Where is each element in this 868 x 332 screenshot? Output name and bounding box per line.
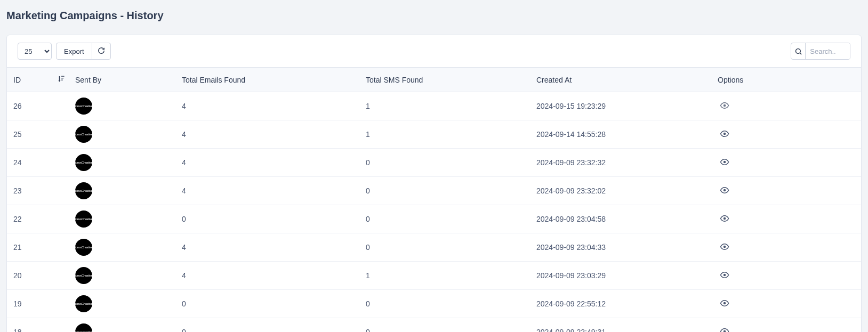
cell-sms: 1 (360, 120, 531, 149)
svg-point-8 (724, 160, 726, 163)
col-header-id[interactable]: ID (7, 68, 70, 92)
col-header-options: Options (712, 68, 861, 92)
avatar: torusCreative (75, 267, 92, 284)
table-row: 21torusCreative402024-09-09 23:04:33 (7, 233, 861, 262)
cell-emails: 0 (176, 205, 360, 233)
view-button[interactable] (718, 183, 732, 199)
table-row: 23torusCreative402024-09-09 23:32:02 (7, 177, 861, 205)
eye-icon (720, 157, 729, 168)
search-box (791, 43, 850, 60)
svg-point-10 (724, 217, 726, 220)
avatar: torusCreative (75, 126, 92, 143)
eye-icon (720, 298, 729, 310)
view-button[interactable] (718, 296, 732, 312)
cell-options (712, 318, 861, 333)
eye-icon (720, 327, 729, 333)
table-row: 19torusCreative002024-09-09 22:55:12 (7, 290, 861, 318)
cell-sms: 0 (360, 177, 531, 205)
cell-sentby: torusCreative (70, 177, 176, 205)
cell-sentby: torusCreative (70, 120, 176, 149)
view-button[interactable] (718, 325, 732, 333)
col-header-sms: Total SMS Found (360, 68, 531, 92)
eye-icon (720, 185, 729, 197)
cell-emails: 4 (176, 233, 360, 262)
cell-id: 20 (7, 262, 70, 290)
avatar: torusCreative (75, 182, 92, 199)
cell-id: 26 (7, 92, 70, 120)
avatar: torusCreative (75, 98, 92, 115)
col-header-emails: Total Emails Found (176, 68, 360, 92)
cell-id: 18 (7, 318, 70, 333)
cell-sentby: torusCreative (70, 92, 176, 120)
svg-point-0 (795, 48, 800, 53)
col-header-created: Created At (531, 68, 712, 92)
cell-emails: 4 (176, 120, 360, 149)
col-header-id-label: ID (13, 76, 21, 84)
svg-point-7 (724, 132, 726, 135)
cell-created: 2024-09-09 23:04:58 (531, 205, 712, 233)
search-icon (791, 43, 806, 59)
cell-id: 21 (7, 233, 70, 262)
cell-sentby: torusCreative (70, 262, 176, 290)
export-button[interactable]: Export (56, 43, 92, 60)
eye-icon (720, 101, 729, 112)
sort-desc-icon (58, 75, 65, 84)
eye-icon (720, 129, 729, 140)
svg-point-12 (724, 273, 726, 276)
table-row: 20torusCreative412024-09-09 23:03:29 (7, 262, 861, 290)
svg-point-11 (724, 245, 726, 248)
svg-point-14 (724, 330, 726, 332)
refresh-button[interactable] (92, 43, 111, 60)
refresh-icon (98, 47, 105, 56)
cell-sms: 0 (360, 318, 531, 333)
cell-emails: 0 (176, 290, 360, 318)
cell-created: 2024-09-09 22:49:31 (531, 318, 712, 333)
cell-created: 2024-09-09 23:04:33 (531, 233, 712, 262)
cell-created: 2024-09-15 19:23:29 (531, 92, 712, 120)
table-row: 25torusCreative412024-09-14 14:55:28 (7, 120, 861, 149)
svg-point-9 (724, 189, 726, 191)
table-row: 26torusCreative412024-09-15 19:23:29 (7, 92, 861, 120)
cell-options (712, 177, 861, 205)
cell-id: 22 (7, 205, 70, 233)
cell-sms: 1 (360, 262, 531, 290)
page-title: Marketing Campaigns - History (0, 0, 868, 35)
svg-point-6 (724, 104, 726, 107)
view-button[interactable] (718, 240, 732, 255)
view-button[interactable] (718, 212, 732, 227)
cell-created: 2024-09-09 23:32:32 (531, 149, 712, 177)
cell-id: 25 (7, 120, 70, 149)
cell-created: 2024-09-14 14:55:28 (531, 120, 712, 149)
cell-emails: 4 (176, 262, 360, 290)
cell-id: 23 (7, 177, 70, 205)
cell-options (712, 149, 861, 177)
avatar: torusCreative (75, 295, 92, 312)
eye-icon (720, 214, 729, 225)
page-size-select[interactable]: 25 (18, 43, 52, 60)
svg-line-1 (800, 53, 801, 54)
col-header-sentby: Sent By (70, 68, 176, 92)
table-row: 22torusCreative002024-09-09 23:04:58 (7, 205, 861, 233)
view-button[interactable] (718, 268, 732, 284)
cell-emails: 4 (176, 177, 360, 205)
svg-point-13 (724, 302, 726, 304)
cell-sentby: torusCreative (70, 233, 176, 262)
avatar: torusCreative (75, 239, 92, 256)
cell-created: 2024-09-09 23:03:29 (531, 262, 712, 290)
view-button[interactable] (718, 155, 732, 171)
cell-id: 19 (7, 290, 70, 318)
cell-options (712, 92, 861, 120)
view-button[interactable] (718, 99, 732, 114)
avatar: torusCreative (75, 210, 92, 228)
eye-icon (720, 270, 729, 281)
history-card: 25 Export (6, 35, 862, 332)
cell-sms: 0 (360, 149, 531, 177)
view-button[interactable] (718, 127, 732, 142)
cell-options (712, 290, 861, 318)
cell-created: 2024-09-09 22:55:12 (531, 290, 712, 318)
cell-sms: 1 (360, 92, 531, 120)
cell-id: 24 (7, 149, 70, 177)
cell-sentby: torusCreative (70, 205, 176, 233)
search-input[interactable] (806, 43, 850, 59)
cell-sentby: torusCreative (70, 318, 176, 333)
